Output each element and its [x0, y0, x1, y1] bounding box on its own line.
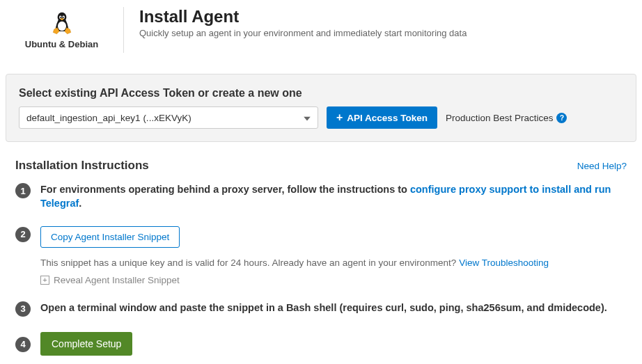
token-section: Select existing API Access Token or crea…: [6, 74, 636, 142]
step-2: 2 Copy Agent Installer Snippet This snip…: [15, 226, 627, 285]
os-badge: Ubuntu & Debian: [0, 7, 124, 53]
svg-point-4: [60, 17, 61, 18]
step-4-body: Complete Setup: [40, 332, 627, 356]
step-4: 4 Complete Setup: [15, 332, 627, 356]
step-1-text-prefix: For environments operating behind a prox…: [40, 184, 410, 195]
instructions-header: Installation Instructions Need Help?: [15, 159, 627, 173]
need-help-link[interactable]: Need Help?: [577, 161, 627, 171]
snippet-note-text: This snippet has a unique key and is val…: [40, 258, 459, 268]
token-selected-value: default_ingestion_api_key1 (...xEKVyK): [26, 113, 191, 123]
complete-setup-button[interactable]: Complete Setup: [40, 332, 132, 356]
snippet-note: This snippet has a unique key and is val…: [40, 258, 627, 268]
step-number-1: 1: [15, 183, 31, 198]
linux-icon: [14, 10, 109, 38]
step-number-4: 4: [15, 337, 31, 352]
step-3-body: Open a terminal window and paste the sni…: [40, 301, 627, 317]
chevron-down-icon: [304, 113, 311, 123]
best-practices-label: Production Best Practices: [446, 113, 554, 123]
os-label: Ubuntu & Debian: [14, 39, 109, 49]
instructions-title: Installation Instructions: [15, 159, 149, 173]
troubleshooting-link[interactable]: View Troubleshooting: [459, 258, 549, 268]
help-icon: ?: [556, 113, 567, 123]
copy-snippet-button[interactable]: Copy Agent Installer Snippet: [40, 226, 180, 248]
step-2-body: Copy Agent Installer Snippet This snippe…: [40, 226, 627, 285]
page-header: Ubuntu & Debian Install Agent Quickly se…: [0, 0, 642, 60]
step-number-2: 2: [15, 227, 31, 242]
svg-point-1: [58, 22, 66, 31]
best-practices-link[interactable]: Production Best Practices ?: [446, 113, 567, 123]
page-subtitle: Quickly setup an agent in your environme…: [139, 28, 642, 38]
plus-icon: +: [336, 112, 343, 123]
create-token-label: API Access Token: [347, 113, 428, 123]
page-title: Install Agent: [139, 7, 642, 26]
token-row: default_ingestion_api_key1 (...xEKVyK) +…: [19, 106, 623, 129]
step-1-body: For environments operating behind a prox…: [40, 182, 627, 211]
step-1-text-suffix: .: [79, 198, 81, 209]
instructions-section: Installation Instructions Need Help? 1 F…: [0, 142, 642, 364]
header-text: Install Agent Quickly setup an agent in …: [124, 7, 642, 53]
reveal-snippet-toggle[interactable]: + Reveal Agent Installer Snippet: [40, 275, 180, 285]
reveal-snippet-label: Reveal Agent Installer Snippet: [54, 275, 180, 285]
step-number-3: 3: [15, 301, 31, 317]
step-3-text: Open a terminal window and paste the sni…: [40, 302, 607, 313]
create-token-button[interactable]: + API Access Token: [327, 106, 437, 129]
token-heading: Select existing API Access Token or crea…: [19, 87, 623, 100]
step-3: 3 Open a terminal window and paste the s…: [15, 301, 627, 317]
token-select[interactable]: default_ingestion_api_key1 (...xEKVyK): [19, 106, 318, 129]
svg-point-5: [63, 17, 64, 18]
step-1: 1 For environments operating behind a pr…: [15, 182, 627, 211]
expand-icon: +: [40, 276, 49, 285]
